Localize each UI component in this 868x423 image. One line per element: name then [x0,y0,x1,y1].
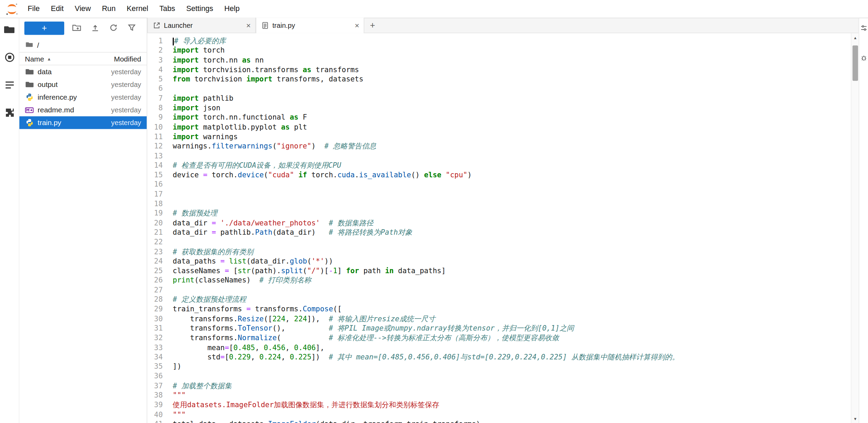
line-number: 7 [147,93,163,103]
code-line[interactable]: 使用datasets.ImageFolder加载图像数据集，并进行数据集划分和类… [173,400,859,410]
code-line[interactable]: # 数据预处理 [173,209,859,218]
line-number: 4 [147,65,163,74]
folder-icon [25,80,34,89]
menu-item-settings[interactable]: Settings [181,0,219,18]
file-name: readme.md [38,106,74,114]
code-line[interactable]: device = torch.device("cuda" if torch.cu… [173,170,859,180]
file-row-train-py[interactable]: train.pyyesterday [19,116,147,129]
code-line[interactable]: import warnings [173,132,859,142]
code-line[interactable]: import torch [173,46,859,55]
code-line[interactable]: total_data = datasets.ImageFolder(data_d… [173,419,859,423]
code-line[interactable]: data_dir = './data/weather_photos' # 数据集… [173,218,859,227]
upload-button[interactable] [86,21,104,35]
code-line[interactable]: classeNames = [str(path).split("/")[-1] … [173,266,859,276]
stop-circle-icon [4,52,15,65]
folder-icon [25,67,34,76]
scroll-up-icon[interactable]: ▲ [852,34,859,42]
new-folder-button[interactable] [68,21,86,35]
menu-bar-items: FileEditViewRunKernelTabsSettingsHelp [22,0,245,18]
running-sessions-tab[interactable] [3,53,15,64]
code-line[interactable]: """ [173,390,859,400]
file-row-readme-md[interactable]: readme.mdyesterday [19,103,147,116]
menu-item-view[interactable]: View [69,0,97,18]
scroll-down-icon[interactable]: ▼ [852,415,859,423]
code-line[interactable]: data_dir = pathlib.Path(data_dir) # 将路径转… [173,227,859,237]
menu-item-kernel[interactable]: Kernel [121,0,154,18]
folder-icon[interactable] [25,41,33,49]
line-number: 16 [147,180,163,189]
code-line[interactable]: std=[0.229, 0.224, 0.225]) # 其中 mean=[0.… [173,352,859,362]
tab-launcher[interactable]: Launcher× [147,18,256,33]
file-name: inference.py [38,93,77,101]
scrollbar-thumb[interactable] [853,45,858,81]
vertical-scrollbar[interactable]: ▲ ▼ [851,33,859,423]
file-row-data[interactable]: datayesterday [19,65,147,78]
refresh-icon [109,23,118,34]
file-row-output[interactable]: outputyesterday [19,78,147,91]
column-header-name[interactable]: Name [25,55,44,63]
code-line[interactable]: import torchvision.transforms as transfo… [173,65,859,74]
line-number: 25 [147,266,163,276]
code-content[interactable]: # 导入必要的库import torchimport torch.nn as n… [166,33,858,423]
line-number: 15 [147,170,163,180]
tab-close-icon[interactable]: × [355,22,359,30]
code-editor[interactable]: 1234567891011121314151617181920212223242… [147,33,859,423]
code-line[interactable]: # 获取数据集的所有类别 [173,247,859,256]
code-line[interactable] [173,189,859,199]
code-line[interactable]: ]) [173,362,859,371]
new-launcher-button[interactable]: + [24,22,64,35]
line-number: 3 [147,55,163,65]
file-browser-toolbar: + [19,18,147,38]
code-line[interactable]: import matplotlib.pyplot as plt [173,122,859,132]
file-row-inference-py[interactable]: inference.pyyesterday [19,91,147,103]
code-line[interactable] [173,84,859,93]
menu-item-edit[interactable]: Edit [45,0,69,18]
breadcrumb-root[interactable]: / [37,41,39,49]
new-folder-icon [72,23,81,34]
code-line[interactable] [173,237,859,247]
table-of-contents-tab[interactable] [3,80,15,91]
code-line[interactable]: transforms.ToTensor(), # 将PIL Image或nump… [173,323,859,333]
code-line[interactable]: data_paths = list(data_dir.glob('*')) [173,256,859,266]
jupyter-logo-icon [3,2,20,16]
line-number: 29 [147,304,163,314]
code-line[interactable]: import pathlib [173,93,859,103]
code-line[interactable]: transforms.Normalize( # 标准化处理-->转换为标准正太分… [173,333,859,343]
code-line[interactable]: transforms.Resize([224, 224]), # 将输入图片re… [173,314,859,323]
code-line[interactable]: """ [173,410,859,419]
code-line[interactable]: import torch.nn as nn [173,55,859,65]
column-header-modified[interactable]: Modified [114,55,141,63]
filter-button[interactable] [122,21,140,35]
code-line[interactable] [173,371,859,381]
tab-close-icon[interactable]: × [246,21,251,29]
property-inspector-tab[interactable] [860,25,868,33]
sliders-icon [860,24,867,34]
menu-item-tabs[interactable]: Tabs [154,0,181,18]
menu-item-help[interactable]: Help [219,0,245,18]
code-line[interactable] [173,180,859,189]
code-line[interactable]: warnings.filterwarnings("ignore") # 忽略警告… [173,141,859,151]
code-line[interactable]: import json [173,103,859,113]
line-number: 24 [147,256,163,266]
code-line[interactable]: # 检查是否有可用的CUDA设备，如果没有则使用CPU [173,160,859,170]
code-line[interactable]: # 定义数据预处理流程 [173,294,859,304]
add-tab-button[interactable]: + [364,18,381,33]
code-line[interactable] [173,151,859,160]
menu-item-file[interactable]: File [22,0,45,18]
line-number: 13 [147,151,163,160]
tab-train-py[interactable]: train.py× [256,18,364,33]
code-line[interactable]: print(classeNames) # 打印类别名称 [173,276,859,285]
refresh-button[interactable] [104,21,122,35]
code-line[interactable]: # 导入必要的库 [173,36,859,46]
code-line[interactable]: mean=[0.485, 0.456, 0.406], [173,343,859,352]
code-line[interactable] [173,285,859,295]
code-line[interactable] [173,199,859,209]
code-line[interactable]: from torchvision import transforms, data… [173,74,859,84]
file-browser-tab[interactable] [3,25,15,36]
extension-manager-tab[interactable] [3,108,15,119]
code-line[interactable]: train_transforms = transforms.Compose([ [173,304,859,314]
code-line[interactable]: import torch.nn.functional as F [173,113,859,122]
menu-item-run[interactable]: Run [97,0,121,18]
debugger-tab[interactable] [860,55,868,63]
code-line[interactable]: # 加载整个数据集 [173,381,859,390]
